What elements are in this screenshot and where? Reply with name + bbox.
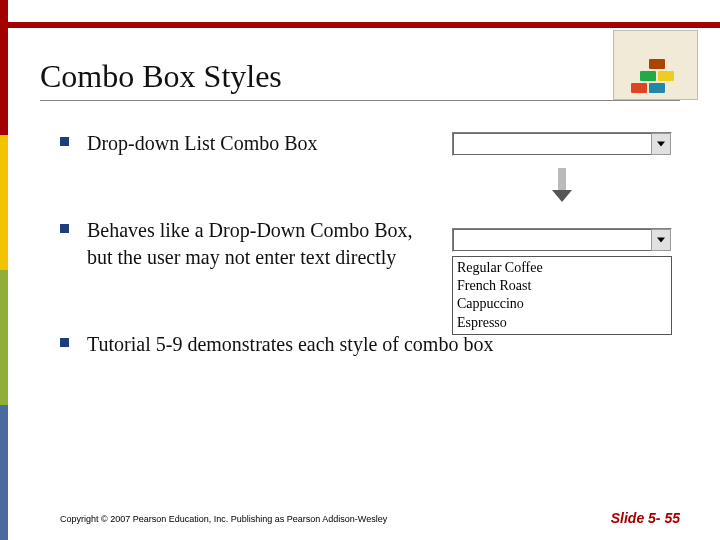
dropdown-button[interactable] — [651, 133, 671, 155]
combo-option[interactable]: Regular Coffee — [457, 259, 667, 277]
svg-marker-1 — [657, 238, 665, 243]
combo-option[interactable]: French Roast — [457, 277, 667, 295]
combo-list[interactable]: Regular Coffee French Roast Cappuccino E… — [452, 256, 672, 335]
copyright-text: Copyright © 2007 Pearson Education, Inc.… — [60, 514, 387, 524]
combo-option[interactable]: Cappuccino — [457, 295, 667, 313]
combo-box[interactable] — [452, 228, 672, 252]
bullet-text: Behaves like a Drop-Down Combo Box, but … — [87, 217, 417, 271]
title-underline — [40, 100, 680, 101]
chevron-down-icon — [657, 141, 665, 147]
book-logo — [613, 30, 698, 100]
svg-marker-0 — [657, 142, 665, 147]
top-accent-bar — [0, 22, 720, 28]
combo-box[interactable] — [452, 132, 672, 156]
arrow-down-icon — [555, 168, 569, 202]
bullet-icon — [60, 137, 69, 146]
dropdown-button[interactable] — [651, 229, 671, 251]
combo-option[interactable]: Espresso — [457, 314, 667, 332]
combo-field — [453, 229, 651, 251]
bullet-icon — [60, 338, 69, 347]
color-sidebar — [0, 0, 8, 540]
bullet-text: Drop-down List Combo Box — [87, 130, 318, 157]
bullet-icon — [60, 224, 69, 233]
combo-field — [453, 133, 651, 155]
combo-expanded-demo: Regular Coffee French Roast Cappuccino E… — [452, 228, 672, 335]
combo-collapsed-demo — [452, 132, 672, 202]
chevron-down-icon — [657, 237, 665, 243]
bullet-text: Tutorial 5-9 demonstrates each style of … — [87, 331, 493, 358]
slide-number: Slide 5- 55 — [611, 510, 680, 526]
slide-title: Combo Box Styles — [40, 58, 282, 95]
